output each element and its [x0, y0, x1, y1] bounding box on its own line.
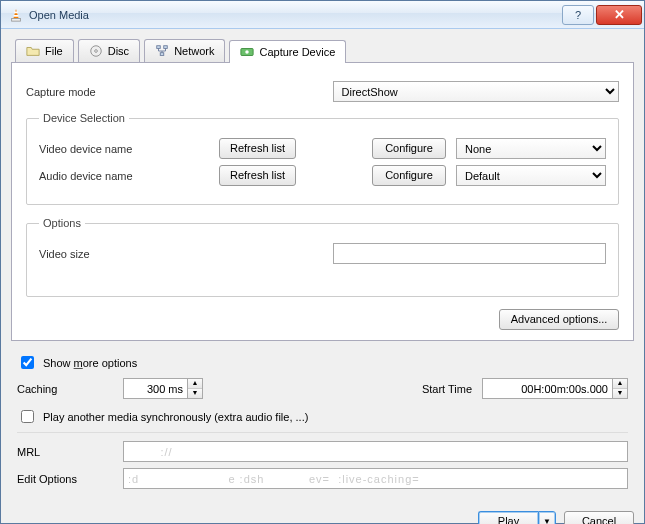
start-time-label: Start Time: [422, 383, 472, 395]
play-sync-checkbox[interactable]: Play another media synchronously (extra …: [17, 407, 628, 426]
play-dropdown-icon[interactable]: ▼: [538, 511, 556, 524]
video-refresh-button[interactable]: Refresh list: [219, 138, 296, 159]
vlc-icon: [9, 8, 23, 22]
client-area: File Disc Network Capture Device Capture…: [1, 29, 644, 503]
svg-point-5: [94, 50, 97, 53]
tab-capture-label: Capture Device: [259, 46, 335, 58]
play-sync-label: Play another media synchronously (extra …: [43, 411, 308, 423]
audio-configure-button[interactable]: Configure: [372, 165, 446, 186]
svg-rect-2: [14, 11, 18, 13]
title-bar: Open Media ? ✕: [1, 1, 644, 29]
show-more-checkbox[interactable]: Show more options: [17, 353, 628, 372]
svg-rect-8: [160, 53, 164, 56]
network-icon: [155, 44, 169, 58]
play-sync-checkbox-input[interactable]: [21, 410, 34, 423]
more-options-area: Show more options Caching ▲▼ Start Time …: [11, 341, 634, 489]
edit-options-label: Edit Options: [17, 473, 113, 485]
audio-refresh-button[interactable]: Refresh list: [219, 165, 296, 186]
start-time-input[interactable]: [482, 378, 612, 399]
tab-network-label: Network: [174, 45, 214, 57]
tab-capture[interactable]: Capture Device: [229, 40, 346, 63]
audio-device-label: Audio device name: [39, 170, 209, 182]
start-time-spinner[interactable]: ▲▼: [482, 378, 628, 399]
capture-icon: [240, 45, 254, 59]
options-group: Options Video size: [26, 217, 619, 297]
show-more-label: Show more options: [43, 357, 137, 369]
spin-up-icon[interactable]: ▲: [188, 379, 202, 389]
svg-rect-1: [12, 18, 21, 21]
separator: [17, 432, 628, 433]
advanced-options-button[interactable]: Advanced options...: [499, 309, 619, 330]
tab-disc[interactable]: Disc: [78, 39, 140, 62]
options-legend: Options: [39, 217, 85, 229]
mrl-label: MRL: [17, 446, 113, 458]
caching-spinner[interactable]: ▲▼: [123, 378, 203, 399]
video-configure-button[interactable]: Configure: [372, 138, 446, 159]
tab-bar: File Disc Network Capture Device: [11, 39, 634, 62]
video-size-label: Video size: [39, 248, 323, 260]
svg-rect-6: [157, 46, 161, 49]
capture-mode-label: Capture mode: [26, 86, 323, 98]
svg-point-10: [246, 50, 250, 54]
svg-marker-0: [13, 8, 18, 18]
tab-network[interactable]: Network: [144, 39, 225, 62]
close-button[interactable]: ✕: [596, 5, 642, 25]
spin-up-icon[interactable]: ▲: [613, 379, 627, 389]
video-device-select[interactable]: None: [456, 138, 606, 159]
tab-file-label: File: [45, 45, 63, 57]
spin-down-icon[interactable]: ▼: [613, 389, 627, 398]
play-split-button[interactable]: Play ▼: [478, 511, 556, 524]
window-title: Open Media: [29, 9, 560, 21]
caching-label: Caching: [17, 383, 113, 395]
open-media-dialog: Open Media ? ✕ File Disc Network Capture…: [0, 0, 645, 524]
tab-disc-label: Disc: [108, 45, 129, 57]
spin-down-icon[interactable]: ▼: [188, 389, 202, 398]
spinner-arrows[interactable]: ▲▼: [612, 378, 628, 399]
help-button[interactable]: ?: [562, 5, 594, 25]
disc-icon: [89, 44, 103, 58]
tab-file[interactable]: File: [15, 39, 74, 62]
play-button[interactable]: Play: [478, 511, 538, 524]
dialog-footer: Play ▼ Cancel: [1, 503, 644, 524]
caching-input[interactable]: [123, 378, 187, 399]
audio-device-select[interactable]: Default: [456, 165, 606, 186]
video-size-input[interactable]: [333, 243, 607, 264]
device-selection-group: Device Selection Video device name Refre…: [26, 112, 619, 205]
capture-mode-select[interactable]: DirectShow: [333, 81, 620, 102]
mrl-input[interactable]: [123, 441, 628, 462]
device-selection-legend: Device Selection: [39, 112, 129, 124]
spinner-arrows[interactable]: ▲▼: [187, 378, 203, 399]
cancel-button[interactable]: Cancel: [564, 511, 634, 524]
show-more-checkbox-input[interactable]: [21, 356, 34, 369]
svg-rect-7: [164, 46, 168, 49]
video-device-label: Video device name: [39, 143, 209, 155]
folder-icon: [26, 44, 40, 58]
tab-panel-capture: Capture mode DirectShow Device Selection…: [11, 62, 634, 341]
svg-rect-3: [14, 15, 19, 17]
edit-options-input[interactable]: [123, 468, 628, 489]
